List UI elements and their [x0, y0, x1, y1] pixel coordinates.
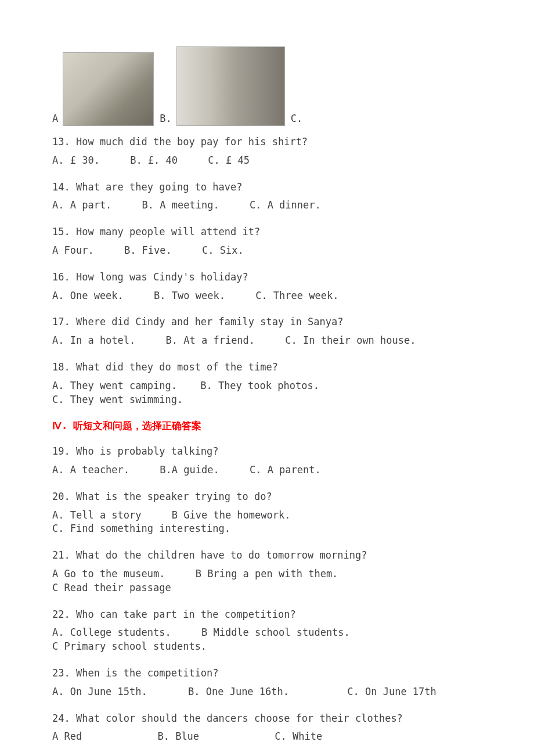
question-17: 17. Where did Cindy and her family stay … — [52, 315, 482, 348]
option-b: B Give the homework. — [172, 509, 291, 523]
question-15: 15. How many people will attend it? A Fo… — [52, 225, 482, 258]
question-24: 24. What color should the dancers choose… — [52, 712, 482, 744]
option-a: A. One week. — [52, 289, 124, 303]
question-22: 22. Who can take part in the competition… — [52, 608, 482, 654]
conversation-image-icon — [63, 52, 154, 126]
option-a: A. A teacher. — [52, 463, 129, 477]
option-b: B. Blue — [157, 730, 199, 744]
option-c: C. In their own house. — [285, 334, 416, 348]
question-18: 18. What did they do most of the time? A… — [52, 361, 482, 406]
question-prompt: 18. What did they do most of the time? — [52, 361, 482, 375]
option-c: C. White — [275, 730, 322, 744]
question-prompt: 17. Where did Cindy and her family stay … — [52, 315, 482, 329]
option-c: C. A parent. — [250, 463, 321, 477]
image-label-c: C. — [291, 112, 302, 126]
question-prompt: 15. How many people will attend it? — [52, 225, 482, 239]
question-options: A. £ 30. B. £. 40 C. £ 45 — [52, 154, 482, 168]
option-a: A. They went camping. — [52, 379, 177, 393]
question-options: A. One week. B. Two week. C. Three week. — [52, 289, 482, 303]
question-13: 13. How much did the boy pay for his shi… — [52, 135, 482, 168]
question-options: A Four. B. Five. C. Six. — [52, 244, 482, 258]
option-c: C Read their passage — [52, 581, 171, 595]
question-21: 21. What do the children have to do tomo… — [52, 549, 482, 595]
image-option-b: B. — [160, 46, 284, 126]
question-prompt: 21. What do the children have to do tomo… — [52, 549, 482, 563]
option-c: C. They went swimming. — [52, 393, 183, 407]
image-option-a: A — [52, 52, 154, 126]
question-prompt: 14. What are they going to have? — [52, 181, 482, 195]
question-options: A Red B. Blue C. White — [52, 730, 482, 744]
question-16: 16. How long was Cindy's holiday? A. One… — [52, 271, 482, 303]
question-prompt: 22. Who can take part in the competition… — [52, 608, 482, 622]
question-14: 14. What are they going to have? A. A pa… — [52, 181, 482, 213]
option-c: C. £ 45 — [208, 154, 250, 168]
option-c: C. On June 17th — [347, 685, 436, 699]
question-19: 19. Who is probably talking? A. A teache… — [52, 445, 482, 477]
question-options: A. On June 15th. B. One June 16th. C. On… — [52, 685, 482, 699]
question-prompt: 24. What color should the dancers choose… — [52, 712, 482, 726]
option-b: B. They took photos. — [200, 379, 319, 393]
option-b: B. Five. — [124, 244, 172, 258]
question-prompt: 23. When is the competition? — [52, 667, 482, 681]
option-c: C Primary school students. — [52, 640, 207, 654]
image-option-c: C. — [291, 112, 307, 126]
option-a: A. Tell a story — [52, 509, 142, 523]
option-a: A Go to the museum. — [52, 567, 165, 581]
answer-image-row: A B. C. — [52, 46, 482, 126]
option-c: C. Three week. — [255, 289, 338, 303]
option-c: C. A dinner. — [250, 199, 321, 213]
image-label-a: A — [52, 112, 58, 126]
question-options: A. In a hotel. B. At a friend. C. In the… — [52, 334, 482, 348]
option-b: B. £. 40 — [130, 154, 178, 168]
question-prompt: 13. How much did the boy pay for his shi… — [52, 135, 482, 149]
question-prompt: 20. What is the speaker trying to do? — [52, 490, 482, 504]
question-20: 20. What is the speaker trying to do? A.… — [52, 490, 482, 536]
image-label-b: B. — [160, 112, 171, 126]
option-b: B. A meeting. — [142, 199, 219, 213]
option-b: B.A guide. — [160, 463, 219, 477]
option-c: C. Six. — [202, 244, 244, 258]
option-c: C. Find something interesting. — [52, 522, 230, 536]
section-heading-iv: Ⅳ. 听短文和问题，选择正确答案 — [52, 419, 482, 433]
option-a: A. On June 15th. — [52, 685, 147, 699]
question-prompt: 16. How long was Cindy's holiday? — [52, 271, 482, 285]
option-a: A. In a hotel. — [52, 334, 135, 348]
option-a: A. £ 30. — [52, 154, 100, 168]
option-a: A Four. — [52, 244, 94, 258]
window-scene-image-icon — [176, 46, 285, 126]
question-options: A. Tell a story B Give the homework. C. … — [52, 509, 482, 537]
question-options: A. They went camping. B. They took photo… — [52, 379, 482, 407]
question-prompt: 19. Who is probably talking? — [52, 445, 482, 459]
question-options: A Go to the museum. B Bring a pen with t… — [52, 567, 482, 595]
option-a: A. College students. — [52, 626, 171, 640]
option-a: A. A part. — [52, 199, 111, 213]
option-b: B Middle school students. — [201, 626, 350, 640]
option-b: B. Two week. — [154, 289, 225, 303]
question-options: A. A part. B. A meeting. C. A dinner. — [52, 199, 482, 213]
option-b: B. One June 16th. — [188, 685, 289, 699]
question-23: 23. When is the competition? A. On June … — [52, 667, 482, 699]
option-a: A Red — [52, 730, 82, 744]
option-b: B. At a friend. — [166, 334, 255, 348]
option-b: B Bring a pen with them. — [196, 567, 338, 581]
question-options: A. College students. B Middle school stu… — [52, 626, 482, 654]
question-options: A. A teacher. B.A guide. C. A parent. — [52, 463, 482, 477]
